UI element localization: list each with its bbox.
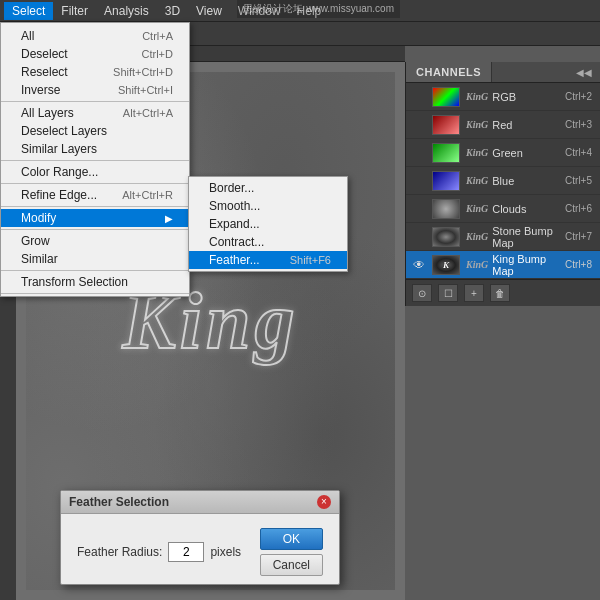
- channel-eye-2[interactable]: [410, 144, 428, 162]
- panel-collapse-btn[interactable]: ◀◀: [568, 63, 600, 82]
- menu-refine-edge[interactable]: Refine Edge...Alt+Ctrl+R: [1, 186, 189, 204]
- menu-all-layers[interactable]: All LayersAlt+Ctrl+A: [1, 104, 189, 122]
- channel-rows: KinGRGBCtrl+2KinGRedCtrl+3KinGGreenCtrl+…: [406, 83, 600, 279]
- menu-section-2: All LayersAlt+Ctrl+A Deselect Layers Sim…: [1, 102, 189, 161]
- channel-thumb-5: [432, 227, 460, 247]
- menu-transform-selection[interactable]: Transform Selection: [1, 273, 189, 291]
- menu-filter[interactable]: Filter: [53, 2, 96, 20]
- channel-row-red[interactable]: KinGRedCtrl+3: [406, 111, 600, 139]
- menu-section-3: Color Range...: [1, 161, 189, 184]
- channel-eye-4[interactable]: [410, 200, 428, 218]
- channel-name-1: Red: [492, 119, 565, 131]
- channel-new-btn[interactable]: +: [464, 284, 484, 302]
- submenu-contract[interactable]: Contract...: [189, 233, 347, 251]
- channel-eye-0[interactable]: [410, 88, 428, 106]
- submenu-feather[interactable]: Feather...Shift+F6: [189, 251, 347, 269]
- menu-select[interactable]: Select: [4, 2, 53, 20]
- channel-thumb-0: [432, 87, 460, 107]
- channel-name-5: Stone Bump Map: [492, 225, 565, 249]
- menu-deselect-layers[interactable]: Deselect Layers: [1, 122, 189, 140]
- menu-section-1: AllCtrl+A DeselectCtrl+D ReselectShift+C…: [1, 25, 189, 102]
- channel-eye-3[interactable]: [410, 172, 428, 190]
- channel-thumb-6: K: [432, 255, 460, 275]
- channel-name-4: Clouds: [492, 203, 565, 215]
- panel-bottom-bar: ⊙ ☐ + 🗑: [406, 279, 600, 306]
- channel-shortcut-1: Ctrl+3: [565, 119, 592, 130]
- select-dropdown-menu: AllCtrl+A DeselectCtrl+D ReselectShift+C…: [0, 22, 190, 297]
- menu-all[interactable]: AllCtrl+A: [1, 27, 189, 45]
- channel-icon-1: KinG: [466, 119, 488, 130]
- channel-name-2: Green: [492, 147, 565, 159]
- channel-save-btn[interactable]: ☐: [438, 284, 458, 302]
- menu-analysis[interactable]: Analysis: [96, 2, 157, 20]
- channel-shortcut-4: Ctrl+6: [565, 203, 592, 214]
- channel-row-king-bump-map[interactable]: 👁KKinGKing Bump MapCtrl+8: [406, 251, 600, 279]
- feather-selection-dialog: Feather Selection × Feather Radius: pixe…: [60, 490, 340, 585]
- feather-radius-label: Feather Radius:: [77, 545, 162, 559]
- channel-icon-3: KinG: [466, 175, 488, 186]
- dialog-title: Feather Selection: [69, 495, 169, 509]
- channel-dotted-circle-btn[interactable]: ⊙: [412, 284, 432, 302]
- channel-icon-0: KinG: [466, 91, 488, 102]
- menu-modify[interactable]: Modify▶: [1, 209, 189, 227]
- channel-name-0: RGB: [492, 91, 565, 103]
- channel-eye-6[interactable]: 👁: [410, 256, 428, 274]
- menu-3d[interactable]: 3D: [157, 2, 188, 20]
- channel-thumb-1: [432, 115, 460, 135]
- menu-grow[interactable]: Grow: [1, 232, 189, 250]
- watermark: 思缘设计论坛 www.missyuan.com: [237, 0, 400, 18]
- channel-shortcut-5: Ctrl+7: [565, 231, 592, 242]
- menu-reselect[interactable]: ReselectShift+Ctrl+D: [1, 63, 189, 81]
- channel-thumb-4: [432, 199, 460, 219]
- channels-panel: CHANNELS ◀◀ KinGRGBCtrl+2KinGRedCtrl+3Ki…: [405, 62, 600, 306]
- dialog-form-row: Feather Radius: pixels OK Cancel: [61, 514, 339, 584]
- channel-row-rgb[interactable]: KinGRGBCtrl+2: [406, 83, 600, 111]
- submenu-border[interactable]: Border...: [189, 179, 347, 197]
- channel-icon-5: KinG: [466, 231, 488, 242]
- dialog-close-button[interactable]: ×: [317, 495, 331, 509]
- submenu-expand[interactable]: Expand...: [189, 215, 347, 233]
- channel-icon-4: KinG: [466, 203, 488, 214]
- menu-section-6: Grow Similar: [1, 230, 189, 271]
- channel-row-stone-bump-map[interactable]: KinGStone Bump MapCtrl+7: [406, 223, 600, 251]
- channel-shortcut-0: Ctrl+2: [565, 91, 592, 102]
- menu-section-5: Modify▶: [1, 207, 189, 230]
- dialog-title-bar: Feather Selection ×: [61, 491, 339, 514]
- modify-submenu: Border... Smooth... Expand... Contract..…: [188, 176, 348, 272]
- channel-row-green[interactable]: KinGGreenCtrl+4: [406, 139, 600, 167]
- dialog-buttons: OK Cancel: [260, 528, 323, 576]
- channel-shortcut-3: Ctrl+5: [565, 175, 592, 186]
- channels-tab[interactable]: CHANNELS: [406, 62, 492, 82]
- menu-color-range[interactable]: Color Range...: [1, 163, 189, 181]
- submenu-smooth[interactable]: Smooth...: [189, 197, 347, 215]
- panel-header: CHANNELS ◀◀: [406, 62, 600, 83]
- channel-eye-5[interactable]: [410, 228, 428, 246]
- channel-name-3: Blue: [492, 175, 565, 187]
- menu-inverse[interactable]: InverseShift+Ctrl+I: [1, 81, 189, 99]
- menu-view[interactable]: View: [188, 2, 230, 20]
- menu-section-7: Transform Selection: [1, 271, 189, 294]
- menu-similar-layers[interactable]: Similar Layers: [1, 140, 189, 158]
- channel-delete-btn[interactable]: 🗑: [490, 284, 510, 302]
- feather-unit-label: pixels: [210, 545, 241, 559]
- ok-button[interactable]: OK: [260, 528, 323, 550]
- cancel-button[interactable]: Cancel: [260, 554, 323, 576]
- channel-shortcut-2: Ctrl+4: [565, 147, 592, 158]
- channel-icon-6: KinG: [466, 259, 488, 270]
- channel-shortcut-6: Ctrl+8: [565, 259, 592, 270]
- channel-row-clouds[interactable]: KinGCloudsCtrl+6: [406, 195, 600, 223]
- channel-icon-2: KinG: [466, 147, 488, 158]
- channel-eye-1[interactable]: [410, 116, 428, 134]
- channel-thumb-3: [432, 171, 460, 191]
- channel-thumb-2: [432, 143, 460, 163]
- menu-similar[interactable]: Similar: [1, 250, 189, 268]
- menu-deselect[interactable]: DeselectCtrl+D: [1, 45, 189, 63]
- channel-name-6: King Bump Map: [492, 253, 565, 277]
- channel-row-blue[interactable]: KinGBlueCtrl+5: [406, 167, 600, 195]
- menu-section-4: Refine Edge...Alt+Ctrl+R: [1, 184, 189, 207]
- feather-radius-input[interactable]: [168, 542, 204, 562]
